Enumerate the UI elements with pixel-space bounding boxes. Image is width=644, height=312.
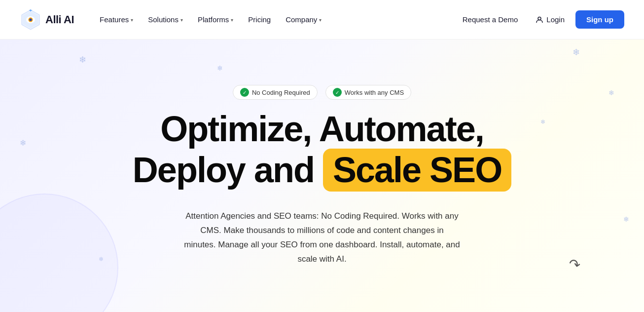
hero-highlight: Scale SEO	[323, 149, 511, 192]
hero-badges: ✓ No Coding Required ✓ Works with any CM…	[233, 85, 411, 100]
svg-point-8	[538, 17, 541, 20]
hero-title: Optimize, Automate, Deploy and Scale SEO	[133, 110, 511, 192]
check-icon-1: ✓	[240, 88, 249, 97]
platforms-chevron-icon: ▾	[231, 17, 233, 23]
cms-badge: ✓ Works with any CMS	[325, 85, 411, 100]
nav-company[interactable]: Company ▾	[280, 11, 327, 28]
navbar: Alli AI Features ▾ Solutions ▾ Platforms…	[0, 0, 644, 39]
snowflake-1-icon: ❄	[79, 54, 86, 65]
hero-description: Attention Agencies and SEO teams: No Cod…	[184, 209, 460, 267]
login-button[interactable]: Login	[529, 11, 572, 28]
request-demo-link[interactable]: Request a Demo	[456, 11, 525, 28]
nav-pricing[interactable]: Pricing	[242, 11, 277, 28]
signup-button[interactable]: Sign up	[575, 10, 624, 29]
nav-links: Features ▾ Solutions ▾ Platforms ▾ Prici…	[94, 11, 456, 28]
nav-platforms[interactable]: Platforms ▾	[192, 11, 239, 28]
hero-title-line2: Deploy and Scale SEO	[133, 149, 511, 192]
snowflake-8-icon: ❄	[540, 118, 545, 125]
check-icon-2: ✓	[333, 88, 342, 97]
no-coding-badge: ✓ No Coding Required	[233, 85, 318, 100]
snowflake-5-icon: ❄	[20, 138, 26, 148]
logo-text: Alli AI	[45, 13, 74, 26]
company-chevron-icon: ▾	[319, 17, 322, 23]
solutions-chevron-icon: ▾	[180, 17, 183, 23]
logo[interactable]: Alli AI	[20, 9, 74, 31]
snowflake-3-icon: ❄	[572, 47, 580, 58]
features-chevron-icon: ▾	[131, 17, 133, 23]
hero-title-pre: Deploy and	[133, 151, 314, 190]
hero-arrow-icon: ↷	[567, 255, 581, 273]
svg-point-4	[30, 18, 32, 21]
hero-title-line1: Optimize, Automate,	[133, 110, 511, 149]
user-icon	[536, 16, 543, 24]
snowflake-2-icon: ❄	[217, 64, 223, 72]
hero-circle-decoration	[0, 194, 118, 312]
snowflake-6-icon: ❄	[623, 215, 629, 223]
nav-features[interactable]: Features ▾	[94, 11, 139, 28]
nav-right: Request a Demo Login Sign up	[456, 10, 624, 29]
snowflake-4-icon: ❄	[608, 89, 614, 97]
nav-solutions[interactable]: Solutions ▾	[142, 11, 189, 28]
hero-section: ❄ ❄ ❄ ❄ ❄ ❄ ❄ ❄ ↷ ✓ No Coding Required ✓…	[0, 39, 644, 312]
